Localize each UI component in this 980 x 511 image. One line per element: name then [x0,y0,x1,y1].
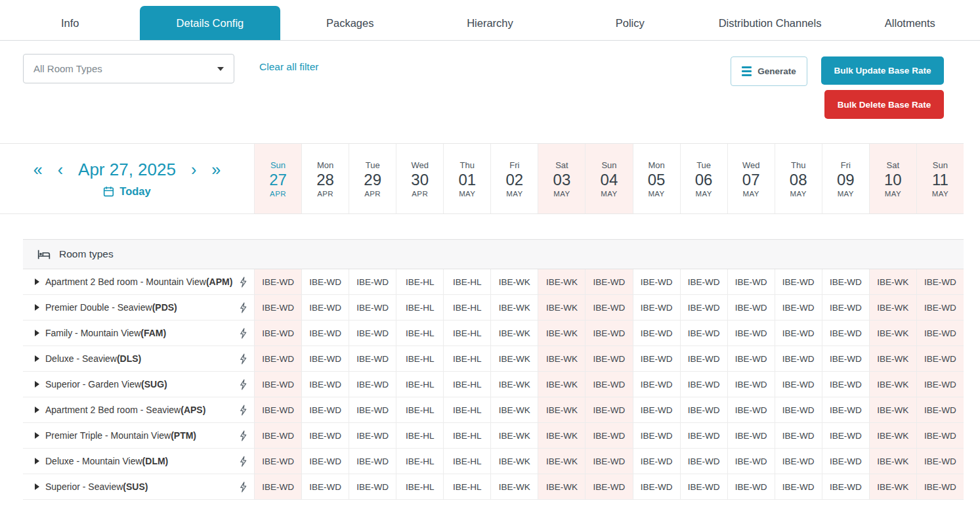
rate-cell[interactable]: IBE-WD [775,346,822,371]
rate-cell[interactable]: IBE-WD [349,423,396,448]
rate-cell[interactable]: IBE-WD [680,321,727,345]
rate-cell[interactable]: IBE-WD [775,295,822,320]
rate-cell[interactable]: IBE-WD [916,474,964,499]
rate-cell[interactable]: IBE-WD [254,346,301,371]
rate-cell[interactable]: IBE-WK [490,423,538,448]
rate-cell[interactable]: IBE-WK [490,449,538,474]
rate-cell[interactable]: IBE-WK [869,295,916,320]
room-type-name-cell[interactable]: Premier Triple - Mountain View(PTM) [23,423,254,448]
rate-cell[interactable]: IBE-HL [396,423,443,448]
rate-cell[interactable]: IBE-HL [443,423,490,448]
lightning-icon[interactable] [239,353,247,365]
rate-cell[interactable]: IBE-WD [775,423,822,448]
rate-cell[interactable]: IBE-WD [680,449,727,474]
calendar-day-02-may[interactable]: Fri02MAY [490,144,538,213]
lightning-icon[interactable] [239,328,247,339]
rate-cell[interactable]: IBE-WD [301,423,349,448]
bulk-update-base-rate-button[interactable]: Bulk Update Base Rate [821,56,944,85]
clear-all-filter-link[interactable]: Clear all filter [259,61,318,73]
rate-cell[interactable]: IBE-WD [585,423,632,448]
room-type-name-cell[interactable]: Premier Double - Seaview(PDS) [23,295,254,320]
tab-details-config[interactable]: Details Config [140,6,280,40]
rate-cell[interactable]: IBE-HL [443,269,490,294]
rate-cell[interactable]: IBE-WD [680,346,727,371]
expand-arrow-icon[interactable] [35,304,39,311]
rate-cell[interactable]: IBE-WD [254,397,301,422]
rate-cell[interactable]: IBE-WD [775,269,822,294]
rate-cell[interactable]: IBE-WD [775,397,822,422]
rate-cell[interactable]: IBE-WD [301,295,349,320]
rate-cell[interactable]: IBE-WD [916,397,964,422]
calendar-day-11-may[interactable]: Sun11MAY [916,144,964,213]
rate-cell[interactable]: IBE-WD [349,321,396,345]
tab-hierarchy[interactable]: Hierarchy [420,6,560,40]
next-fast-button[interactable]: » [211,162,221,178]
rate-cell[interactable]: IBE-HL [396,449,443,474]
rate-cell[interactable]: IBE-WD [680,423,727,448]
rate-cell[interactable]: IBE-WK [490,346,538,371]
rate-cell[interactable]: IBE-WD [301,372,349,397]
rate-cell[interactable]: IBE-WD [727,269,775,294]
rate-cell[interactable]: IBE-WD [916,321,964,345]
rate-cell[interactable]: IBE-HL [396,346,443,371]
rate-cell[interactable]: IBE-HL [443,397,490,422]
expand-arrow-icon[interactable] [35,330,39,336]
rate-cell[interactable]: IBE-HL [443,372,490,397]
rate-cell[interactable]: IBE-WK [538,423,585,448]
tab-packages[interactable]: Packages [280,6,420,40]
rate-cell[interactable]: IBE-WD [585,449,632,474]
rate-cell[interactable]: IBE-WD [254,449,301,474]
rate-cell[interactable]: IBE-HL [443,346,490,371]
rate-cell[interactable]: IBE-HL [443,449,490,474]
rate-cell[interactable]: IBE-WD [349,397,396,422]
calendar-day-09-may[interactable]: Fri09MAY [822,144,869,213]
room-type-filter-select[interactable]: All Room Types [23,54,234,83]
room-type-name-cell[interactable]: Superior - Garden View(SUG) [23,372,254,397]
rate-cell[interactable]: IBE-WK [869,372,916,397]
lightning-icon[interactable] [239,379,247,390]
expand-arrow-icon[interactable] [35,432,39,439]
rate-cell[interactable]: IBE-WD [585,321,632,345]
rate-cell[interactable]: IBE-WD [775,321,822,345]
rate-cell[interactable]: IBE-WK [538,346,585,371]
rate-cell[interactable]: IBE-WD [822,346,869,371]
rate-cell[interactable]: IBE-WD [254,321,301,345]
calendar-day-27-apr[interactable]: Sun27APR [254,144,301,213]
rate-cell[interactable]: IBE-WD [301,269,349,294]
calendar-day-03-may[interactable]: Sat03MAY [538,144,585,213]
rate-cell[interactable]: IBE-WD [916,423,964,448]
rate-cell[interactable]: IBE-WK [538,321,585,345]
rate-cell[interactable]: IBE-WD [916,295,964,320]
rate-cell[interactable]: IBE-WK [490,474,538,499]
rate-cell[interactable]: IBE-WD [633,295,680,320]
rate-cell[interactable]: IBE-WD [585,397,632,422]
expand-arrow-icon[interactable] [35,458,39,464]
rate-cell[interactable]: IBE-WD [585,372,632,397]
rate-cell[interactable]: IBE-HL [396,474,443,499]
rate-cell[interactable]: IBE-WK [869,423,916,448]
rate-cell[interactable]: IBE-WK [869,449,916,474]
expand-arrow-icon[interactable] [35,355,39,362]
rate-cell[interactable]: IBE-WK [869,269,916,294]
rate-cell[interactable]: IBE-WD [822,474,869,499]
rate-cell[interactable]: IBE-WK [490,295,538,320]
rate-cell[interactable]: IBE-WD [822,449,869,474]
rate-cell[interactable]: IBE-WD [727,346,775,371]
rate-cell[interactable]: IBE-WD [349,474,396,499]
rate-cell[interactable]: IBE-WD [633,449,680,474]
rate-cell[interactable]: IBE-WK [538,372,585,397]
calendar-day-30-apr[interactable]: Wed30APR [396,144,443,213]
calendar-day-08-may[interactable]: Thu08MAY [775,144,822,213]
expand-arrow-icon[interactable] [35,278,39,285]
rate-cell[interactable]: IBE-WD [633,423,680,448]
tab-policy[interactable]: Policy [560,6,700,40]
rate-cell[interactable]: IBE-WD [254,269,301,294]
rate-cell[interactable]: IBE-WD [254,474,301,499]
tab-info[interactable]: Info [0,6,140,40]
rate-cell[interactable]: IBE-WK [869,346,916,371]
rate-cell[interactable]: IBE-WD [822,269,869,294]
rate-cell[interactable]: IBE-WD [727,474,775,499]
lightning-icon[interactable] [239,456,247,467]
rate-cell[interactable]: IBE-WD [301,449,349,474]
calendar-day-01-may[interactable]: Thu01MAY [443,144,490,213]
